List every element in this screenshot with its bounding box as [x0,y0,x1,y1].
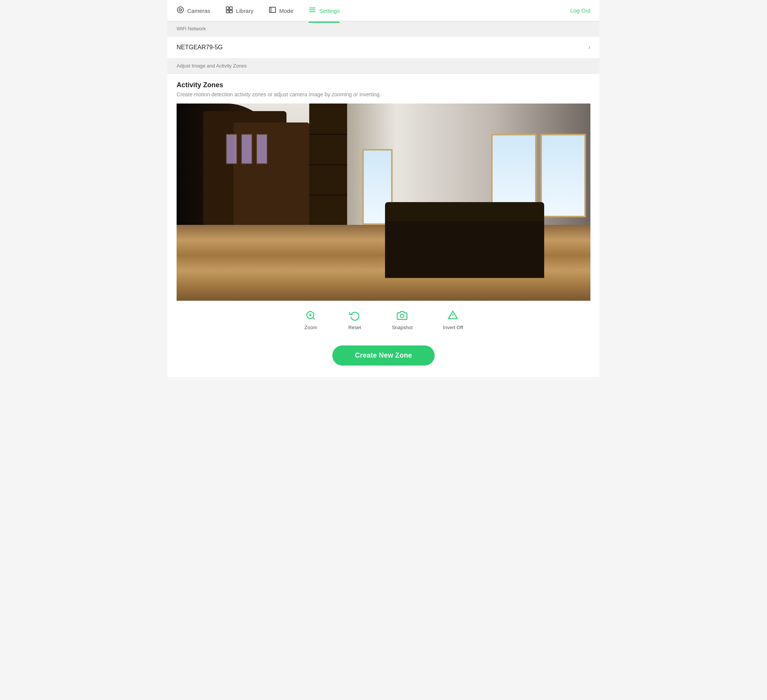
shelf-2 [309,164,347,165]
wifi-network-row[interactable]: NETGEAR79-5G › [167,37,600,58]
activity-section-header: Adjust Image and Activity Zones [167,58,600,73]
nav-library[interactable]: Library [226,0,253,23]
shelf-3 [309,195,347,196]
svg-rect-2 [226,7,229,10]
settings-label: Settings [319,8,339,14]
invert-control[interactable]: Invert Off [443,309,463,330]
shelf-1 [309,134,347,135]
window-right-2 [540,134,586,217]
activity-header-label: Adjust Image and Activity Zones [177,63,247,69]
svg-line-12 [313,317,315,319]
zoom-label: Zoom [304,325,317,330]
svg-rect-6 [269,7,275,13]
activity-subtitle: Create motion detection activity zones o… [177,91,590,97]
reset-control[interactable]: Reset [348,309,361,330]
invert-icon [446,309,460,322]
nav-cameras[interactable]: Cameras [177,0,210,23]
activity-title: Activity Zones [177,81,590,89]
reset-label: Reset [348,325,361,330]
nav-mode[interactable]: Mode [269,0,294,23]
wifi-network-name: NETGEAR79-5G [177,44,223,51]
svg-rect-5 [230,10,232,13]
create-zone-container: Create New Zone [177,338,590,377]
settings-icon [309,6,316,16]
sofa [385,217,544,278]
library-icon [226,6,233,16]
nav-settings[interactable]: Settings [309,0,339,23]
zoom-icon [304,309,318,322]
svg-point-1 [179,9,181,11]
mode-icon [269,6,276,16]
camera-feed [177,104,590,301]
nav-items: Cameras Library Mode [177,0,570,22]
invert-label: Invert Off [443,325,463,330]
wifi-section-header: WiFi Network [167,21,600,37]
snapshot-label: Snapshot [392,325,413,330]
svg-point-15 [401,314,404,318]
nav-bar: Cameras Library Mode [167,0,600,21]
door-window-2 [241,134,252,164]
sofa-back [385,202,544,221]
wifi-header-label: WiFi Network [177,26,206,32]
cameras-label: Cameras [187,8,210,14]
logout-link[interactable]: Log Out [570,7,590,14]
library-label: Library [236,8,253,14]
cameras-icon [177,6,184,16]
door-window-3 [256,134,267,164]
camera-scene [177,104,590,301]
door-window-1 [226,134,237,164]
chevron-right-icon: › [588,43,590,51]
svg-rect-4 [226,10,229,13]
svg-point-0 [177,7,183,13]
snapshot-icon [395,309,409,322]
reset-icon [348,309,361,322]
svg-rect-3 [230,7,232,10]
create-new-zone-button[interactable]: Create New Zone [333,346,435,365]
controls-bar: Zoom Reset Snapshot [177,301,590,338]
activity-content: Activity Zones Create motion detection a… [167,73,600,377]
zoom-control[interactable]: Zoom [304,309,318,330]
snapshot-control[interactable]: Snapshot [392,309,413,330]
mode-label: Mode [279,8,294,14]
